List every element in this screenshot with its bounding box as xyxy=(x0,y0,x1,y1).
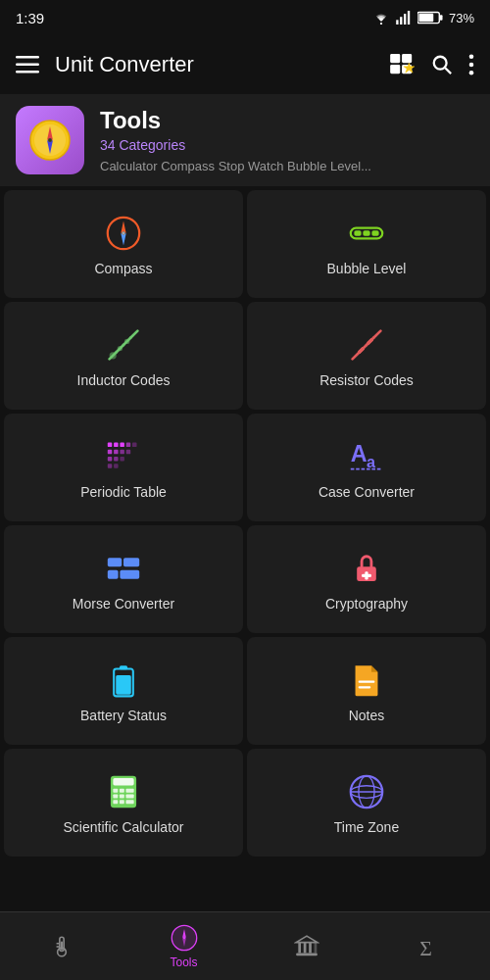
category-icon xyxy=(28,119,72,162)
svg-rect-33 xyxy=(371,230,378,235)
svg-rect-103 xyxy=(303,942,306,953)
svg-rect-86 xyxy=(125,800,133,804)
more-options-button[interactable] xyxy=(468,54,474,75)
svg-rect-67 xyxy=(120,569,139,578)
grid-item-notes[interactable]: Notes xyxy=(247,637,486,745)
case-converter-label: Case Converter xyxy=(318,484,415,501)
svg-marker-101 xyxy=(296,936,318,943)
category-info: Tools 34 Categories Calculator Compass S… xyxy=(100,107,474,173)
grid-item-bubble-level[interactable]: Bubble Level xyxy=(247,190,486,298)
category-icon-wrap xyxy=(16,106,84,174)
svg-rect-9 xyxy=(16,64,39,67)
compass-icon xyxy=(106,216,141,251)
svg-rect-85 xyxy=(120,800,124,804)
svg-rect-82 xyxy=(120,794,124,798)
svg-point-39 xyxy=(118,345,122,350)
crypto-icon xyxy=(349,551,384,586)
svg-rect-84 xyxy=(113,800,118,804)
battery-status-icon xyxy=(106,662,141,698)
calculator-icon xyxy=(106,774,141,809)
svg-rect-102 xyxy=(298,942,301,953)
svg-rect-11 xyxy=(390,54,400,63)
svg-rect-50 xyxy=(126,442,131,447)
morse-converter-label: Morse Converter xyxy=(73,596,174,612)
resistor-icon xyxy=(349,327,384,363)
svg-rect-54 xyxy=(120,449,124,454)
svg-rect-59 xyxy=(108,464,113,468)
svg-rect-78 xyxy=(113,788,118,792)
svg-point-19 xyxy=(469,63,474,68)
grid-item-battery-status[interactable]: Battery Status xyxy=(4,637,243,745)
category-header: Tools 34 Categories Calculator Compass S… xyxy=(0,94,490,186)
grid-item-case-converter[interactable]: A a Case Converter xyxy=(247,414,486,521)
top-bar: Unit Converter xyxy=(0,35,490,94)
menu-button[interactable] xyxy=(16,56,39,74)
status-icons: 73% xyxy=(372,11,474,25)
battery-icon xyxy=(417,11,443,24)
cryptography-label: Cryptography xyxy=(325,596,408,612)
svg-rect-13 xyxy=(390,65,400,74)
svg-point-16 xyxy=(434,57,447,70)
grid-item-compass[interactable]: Compass xyxy=(4,190,243,298)
signal-icon xyxy=(396,11,412,24)
compass-label: Compass xyxy=(94,261,152,277)
grid-star-button[interactable] xyxy=(390,54,416,75)
svg-rect-104 xyxy=(309,942,312,953)
svg-point-25 xyxy=(48,138,52,142)
grid-item-time-zone[interactable]: Time Zone xyxy=(247,749,486,857)
svg-rect-55 xyxy=(126,449,131,454)
svg-rect-52 xyxy=(108,449,113,454)
inductor-icon xyxy=(106,327,141,363)
nav-item-bank[interactable] xyxy=(245,934,368,959)
tools-nav-label: Tools xyxy=(170,956,197,969)
svg-rect-47 xyxy=(108,442,113,447)
svg-line-17 xyxy=(445,68,451,74)
bank-nav-icon xyxy=(294,934,319,959)
grid-item-cryptography[interactable]: Cryptography xyxy=(247,525,486,633)
svg-rect-66 xyxy=(108,569,119,578)
thermometer-nav-icon xyxy=(49,934,74,959)
svg-line-44 xyxy=(373,330,380,337)
morse-icon xyxy=(106,551,141,586)
svg-rect-31 xyxy=(354,230,361,235)
notes-icon xyxy=(349,662,384,698)
notes-label: Notes xyxy=(349,708,385,724)
svg-point-0 xyxy=(380,23,382,24)
status-bar: 1:39 73% xyxy=(0,0,490,35)
nav-item-thermometer[interactable] xyxy=(0,934,122,959)
svg-text:A: A xyxy=(351,441,368,466)
scientific-calculator-label: Scientific Calculator xyxy=(64,819,184,836)
top-bar-icons xyxy=(390,54,474,75)
svg-rect-58 xyxy=(120,457,124,462)
wifi-icon xyxy=(372,11,390,24)
page-title: Unit Converter xyxy=(55,52,374,77)
nav-item-tools[interactable]: Tools xyxy=(122,924,245,969)
grid-item-morse-converter[interactable]: Morse Converter xyxy=(4,525,243,633)
svg-rect-81 xyxy=(113,794,118,798)
svg-point-20 xyxy=(469,71,474,75)
grid-item-resistor-codes[interactable]: Resistor Codes xyxy=(247,302,486,410)
svg-rect-60 xyxy=(114,464,119,468)
svg-point-40 xyxy=(124,338,129,343)
case-icon: A a xyxy=(349,439,384,474)
svg-rect-49 xyxy=(120,442,124,447)
nav-item-sigma[interactable]: Σ xyxy=(368,934,490,959)
svg-rect-4 xyxy=(408,11,410,24)
svg-rect-12 xyxy=(402,54,412,63)
bubble-level-label: Bubble Level xyxy=(327,261,407,277)
svg-rect-3 xyxy=(404,14,406,24)
time-zone-label: Time Zone xyxy=(334,819,399,836)
svg-point-29 xyxy=(122,231,125,235)
grid-item-inductor-codes[interactable]: Inductor Codes xyxy=(4,302,243,410)
svg-line-41 xyxy=(353,352,360,359)
svg-rect-8 xyxy=(16,56,39,59)
bubble-level-icon xyxy=(349,216,384,251)
category-count: 34 Categories xyxy=(100,137,474,153)
svg-rect-72 xyxy=(120,665,127,669)
status-time: 1:39 xyxy=(16,10,44,26)
svg-rect-106 xyxy=(296,953,318,956)
svg-rect-83 xyxy=(125,794,133,798)
search-button[interactable] xyxy=(431,54,453,75)
grid-item-scientific-calculator[interactable]: Scientific Calculator xyxy=(4,749,243,857)
grid-item-periodic-table[interactable]: Periodic Table xyxy=(4,414,243,521)
